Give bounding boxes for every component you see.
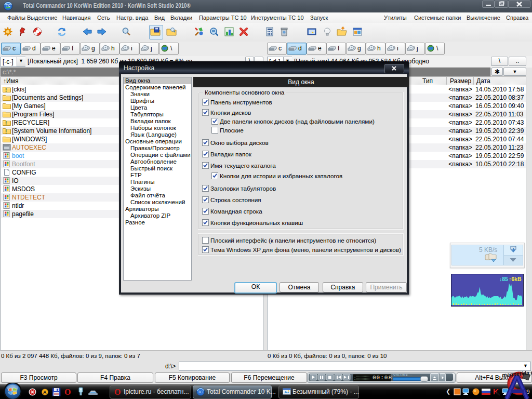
svg-text:!: !	[5, 129, 7, 134]
svg-text:TC: TC	[6, 4, 10, 7]
svg-text:!: !	[5, 121, 7, 126]
svg-text:R: R	[354, 379, 356, 380]
svg-text:↑6kB: ↑6kB	[509, 276, 522, 282]
svg-text:TC: TC	[198, 390, 203, 394]
svg-text:A: A	[43, 390, 47, 395]
svg-text:O: O	[64, 388, 71, 396]
svg-text:L: L	[354, 376, 356, 378]
svg-text:O: O	[114, 388, 121, 396]
svg-text:↓85: ↓85	[499, 276, 508, 282]
svg-text:!: !	[5, 87, 7, 92]
